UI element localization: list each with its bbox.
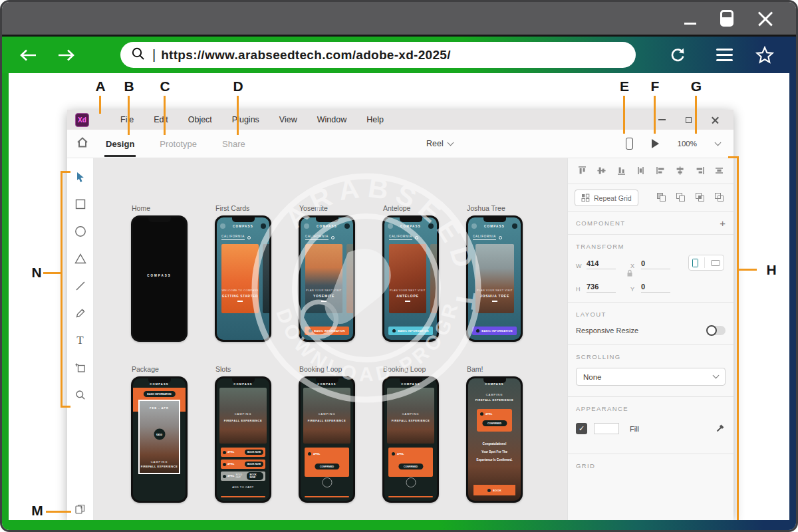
- screen-booking-loop: COMPASS CAMPING FIREFALL EXPERIENCE APRI…: [301, 378, 353, 501]
- artboard-antelope[interactable]: Antelope COMPASS CALIFORNIA PLAN YOUR NE…: [382, 215, 439, 342]
- artboard-booking-loop-1[interactable]: Booking Loop COMPASS CAMPING FIREFALL EX…: [299, 376, 355, 503]
- text-tool-icon[interactable]: T: [71, 331, 90, 350]
- annotation-letter-m: M: [31, 503, 43, 519]
- artboard-label[interactable]: Antelope: [383, 204, 410, 212]
- width-input[interactable]: 414: [587, 259, 616, 269]
- responsive-resize-toggle[interactable]: [707, 326, 726, 335]
- forward-icon[interactable]: [57, 49, 76, 61]
- tab-design[interactable]: Design: [106, 131, 134, 157]
- ellipse-tool-icon[interactable]: [71, 222, 90, 241]
- fill-color-swatch[interactable]: [594, 423, 619, 434]
- fill-checkbox[interactable]: ✓: [576, 423, 587, 434]
- landscape-icon[interactable]: [711, 260, 720, 266]
- device-preview-icon[interactable]: [626, 138, 633, 150]
- artboard-yosemite[interactable]: Yosemite COMPASS CALIFORNIA PLAN YOUR NE…: [299, 215, 355, 342]
- boolean-exclude-icon[interactable]: [714, 192, 724, 203]
- artboard-label[interactable]: First Cards: [215, 204, 249, 212]
- artboard-package[interactable]: Package COMPASS BASIC INFORMATION FEB - …: [131, 376, 188, 503]
- x-input[interactable]: 0: [641, 259, 670, 269]
- height-input[interactable]: 736: [587, 283, 616, 293]
- portrait-icon[interactable]: [692, 259, 698, 267]
- boolean-subtract-icon[interactable]: [676, 192, 686, 203]
- welcome-card: WELCOME TO COMPASS GETTING STARTED: [221, 244, 259, 313]
- browser-menu-icon[interactable]: [716, 49, 733, 62]
- annotation-line-b: [128, 96, 130, 135]
- app-title: COMPASS: [400, 225, 421, 228]
- home-icon[interactable]: [76, 137, 88, 150]
- tab-share[interactable]: Share: [222, 131, 245, 157]
- menu-object[interactable]: Object: [178, 115, 222, 124]
- artboard-label[interactable]: Home: [132, 204, 150, 212]
- height-label: H: [576, 286, 583, 293]
- package-photo-card: FEB - APR $450 CAMPING FIREFALL EXPERIEN…: [138, 400, 180, 474]
- rectangle-tool-icon[interactable]: [71, 195, 90, 213]
- zoom-level[interactable]: 100%: [678, 140, 697, 148]
- lock-aspect-icon[interactable]: [626, 269, 633, 279]
- url-text[interactable]: https://www.arabseedtech.com/adobe-xd-20…: [161, 48, 451, 63]
- design-canvas[interactable]: Home COMPASS First Cards COMPASS CALIFOR…: [94, 158, 567, 520]
- menu-edit[interactable]: Edit: [144, 115, 178, 124]
- window-minimize-icon[interactable]: [684, 23, 696, 25]
- boolean-intersect-icon[interactable]: [695, 192, 705, 203]
- phone-notch: [148, 217, 171, 222]
- zoom-tool-icon[interactable]: [71, 386, 90, 404]
- distribute-vertical-icon[interactable]: [636, 166, 646, 177]
- artboard-home[interactable]: Home COMPASS: [131, 215, 188, 342]
- address-bar[interactable]: | https://www.arabseedtech.com/adobe-xd-…: [120, 42, 636, 68]
- distribute-horizontal-icon[interactable]: [714, 166, 724, 177]
- menu-plugins[interactable]: Plugins: [222, 115, 269, 124]
- libraries-icon[interactable]: [67, 503, 93, 515]
- artboard-booking-loop-2[interactable]: Booking Loop COMPASS CAMPING FIREFALL EX…: [382, 376, 439, 503]
- slot-row-1: APRILBOOK NOW: [221, 448, 265, 457]
- repeat-grid-button[interactable]: Repeat Grid: [575, 190, 638, 206]
- artboard-first-cards[interactable]: First Cards COMPASS CALIFORNIA WELCOME T…: [215, 215, 271, 342]
- window-maximize-icon[interactable]: [720, 10, 733, 27]
- artboard-label[interactable]: Slots: [215, 365, 231, 373]
- artboard-label[interactable]: Bam!: [467, 365, 483, 373]
- align-right-icon[interactable]: [695, 166, 705, 177]
- scrolling-select[interactable]: None: [576, 368, 726, 386]
- zoom-chevron-icon[interactable]: [715, 139, 722, 146]
- align-bottom-icon[interactable]: [616, 166, 626, 177]
- align-left-icon[interactable]: [656, 166, 666, 177]
- annotation-letter-h: H: [766, 262, 776, 278]
- refresh-icon[interactable]: [669, 47, 686, 64]
- artboard-label[interactable]: Yosemite: [299, 204, 328, 212]
- play-preview-icon[interactable]: [652, 139, 659, 148]
- xd-close-icon[interactable]: [712, 116, 719, 124]
- browser-window: | https://www.arabseedtech.com/adobe-xd-…: [0, 0, 798, 532]
- document-name-dropdown[interactable]: Reel: [426, 130, 453, 158]
- annotation-letter-g: G: [691, 78, 702, 94]
- menu-window[interactable]: Window: [307, 115, 356, 124]
- menu-view[interactable]: View: [269, 115, 307, 124]
- add-component-icon[interactable]: +: [720, 217, 726, 229]
- align-top-icon[interactable]: [577, 166, 587, 177]
- screen-yosemite: COMPASS CALIFORNIA PLAN YOUR NEXT VISIT …: [301, 217, 353, 340]
- bookmark-star-icon[interactable]: [755, 45, 775, 65]
- y-input[interactable]: 0: [641, 283, 670, 293]
- experience-line2: FIREFALL EXPERIENCE: [219, 419, 267, 422]
- slot-row-3: APRILSOLD OUTBOOK NOW: [221, 471, 265, 481]
- artboard-bam[interactable]: Bam! COMPASS CAMPING FIREFALL EXPERIENCE…: [466, 376, 523, 503]
- artboard-tool-icon[interactable]: [71, 358, 90, 377]
- align-center-horizontal-icon[interactable]: [675, 166, 685, 177]
- polygon-tool-icon[interactable]: [71, 249, 90, 268]
- align-middle-vertical-icon[interactable]: [597, 166, 606, 177]
- menu-help[interactable]: Help: [356, 115, 394, 124]
- xd-maximize-icon[interactable]: [686, 117, 692, 123]
- artboard-label[interactable]: Booking Loop: [383, 365, 426, 373]
- artboard-joshua-tree[interactable]: Joshua Tree COMPASS CALIFORNIA PLAN YOUR…: [466, 215, 523, 342]
- pen-tool-icon[interactable]: [71, 304, 90, 323]
- eyedropper-icon[interactable]: [716, 423, 726, 434]
- artboard-label[interactable]: Package: [132, 365, 159, 373]
- phone-notch: [483, 378, 506, 383]
- window-close-icon[interactable]: [757, 11, 773, 27]
- artboard-slots[interactable]: Slots COMPASS CAMPING FIREFALL EXPERIENC…: [215, 376, 271, 503]
- artboard-label[interactable]: Booking Loop: [299, 365, 342, 373]
- select-tool-icon[interactable]: [71, 168, 90, 186]
- back-icon[interactable]: [18, 49, 38, 61]
- boolean-add-icon[interactable]: [656, 192, 666, 203]
- artboard-label[interactable]: Joshua Tree: [467, 204, 505, 212]
- xd-minimize-icon[interactable]: [658, 119, 666, 120]
- line-tool-icon[interactable]: [71, 277, 90, 295]
